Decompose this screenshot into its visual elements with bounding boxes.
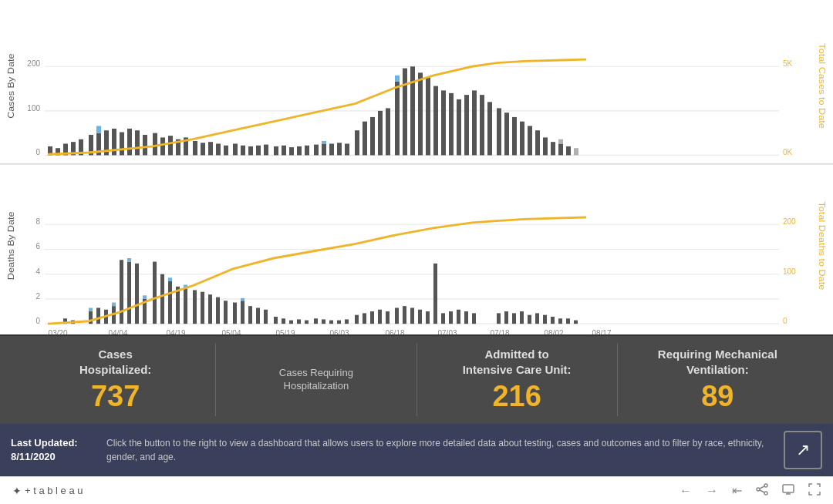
svg-rect-58 <box>403 69 407 156</box>
svg-text:05/04: 05/04 <box>222 328 241 334</box>
svg-text:200: 200 <box>783 217 796 227</box>
svg-rect-147 <box>410 307 414 324</box>
footer-fullscreen-icon[interactable] <box>808 483 821 499</box>
svg-rect-126 <box>241 298 245 301</box>
svg-rect-166 <box>574 321 578 324</box>
main-container: Cases By Date 0 100 200 Total Cases to D… <box>0 0 833 504</box>
svg-text:06/03: 06/03 <box>330 328 349 334</box>
svg-rect-129 <box>264 310 268 324</box>
svg-text:0: 0 <box>783 316 787 326</box>
svg-rect-134 <box>305 321 309 324</box>
svg-rect-49 <box>337 143 342 155</box>
svg-rect-121 <box>208 294 212 324</box>
tableau-logo-icon: ✦ <box>12 485 22 497</box>
svg-rect-45 <box>314 145 319 156</box>
svg-rect-27 <box>168 136 173 155</box>
svg-rect-39 <box>264 145 268 156</box>
svg-rect-52 <box>363 122 367 156</box>
svg-rect-81 <box>574 148 578 155</box>
svg-text:06/18: 06/18 <box>386 328 405 334</box>
footer-back-icon[interactable]: ← <box>680 484 692 498</box>
svg-text:07/03: 07/03 <box>438 328 457 334</box>
stat-icu: Admitted toIntensive Care Unit: 216 <box>417 344 618 416</box>
footer-forward-icon[interactable]: → <box>706 484 718 498</box>
svg-text:5K: 5K <box>783 59 793 69</box>
svg-rect-149 <box>426 311 430 324</box>
launch-button[interactable]: ↗ <box>784 431 822 469</box>
svg-rect-69 <box>487 102 492 155</box>
svg-rect-139 <box>345 319 349 324</box>
svg-text:200: 200 <box>27 59 40 69</box>
svg-rect-123 <box>224 301 228 324</box>
svg-rect-72 <box>512 117 517 156</box>
svg-rect-25 <box>153 133 157 156</box>
svg-rect-70 <box>497 108 501 155</box>
svg-rect-62 <box>433 86 438 156</box>
svg-rect-138 <box>337 321 341 324</box>
svg-rect-112 <box>153 262 157 324</box>
bottom-description: Click the button to the right to view a … <box>106 436 773 464</box>
svg-rect-165 <box>566 318 570 324</box>
svg-rect-46 <box>322 143 326 155</box>
svg-text:0: 0 <box>35 147 40 157</box>
svg-point-178 <box>764 484 767 487</box>
svg-text:8: 8 <box>35 217 40 227</box>
svg-rect-131 <box>282 318 285 324</box>
svg-rect-122 <box>216 297 220 324</box>
svg-rect-71 <box>504 113 509 155</box>
svg-rect-56 <box>395 82 400 156</box>
svg-rect-114 <box>168 281 172 324</box>
svg-rect-155 <box>472 313 476 324</box>
bottom-bar: Last Updated: 8/11/2020 Click the button… <box>0 424 833 476</box>
svg-text:Deaths By Date: Deaths By Date <box>6 211 16 280</box>
svg-rect-163 <box>551 317 555 324</box>
svg-rect-60 <box>418 72 423 155</box>
charts-svg: Cases By Date 0 100 200 Total Cases to D… <box>0 6 833 334</box>
svg-rect-125 <box>241 301 245 324</box>
svg-text:04/04: 04/04 <box>109 328 128 334</box>
svg-text:100: 100 <box>27 102 40 113</box>
tableau-footer: ✦ + t a b l e a u ← → ⇤ <box>0 476 833 504</box>
svg-rect-133 <box>297 319 301 324</box>
svg-text:0: 0 <box>35 316 40 326</box>
svg-rect-119 <box>193 290 197 324</box>
svg-rect-48 <box>329 143 334 155</box>
svg-rect-53 <box>370 117 375 156</box>
svg-rect-113 <box>160 274 164 324</box>
stat-ventilation-label: Requiring MechanicalVentilation: <box>658 347 777 377</box>
svg-rect-38 <box>256 146 261 156</box>
svg-rect-183 <box>783 485 794 492</box>
svg-text:08/02: 08/02 <box>545 328 564 334</box>
svg-rect-43 <box>297 146 302 156</box>
svg-rect-26 <box>160 137 165 155</box>
svg-rect-76 <box>543 137 548 155</box>
footer-beginning-icon[interactable]: ⇤ <box>732 483 742 498</box>
svg-point-180 <box>764 492 767 495</box>
svg-rect-74 <box>528 126 532 155</box>
svg-text:04/19: 04/19 <box>167 328 186 334</box>
svg-text:Total Deaths to Date: Total Deaths to Date <box>817 202 827 291</box>
svg-rect-117 <box>184 288 187 324</box>
svg-rect-136 <box>322 319 325 324</box>
svg-line-182 <box>760 490 764 492</box>
svg-rect-124 <box>233 303 237 324</box>
tableau-logo-text: + t a b l e a u <box>25 485 83 496</box>
svg-rect-78 <box>558 143 563 155</box>
svg-rect-51 <box>355 130 359 155</box>
svg-rect-21 <box>120 132 124 155</box>
svg-rect-67 <box>472 90 477 155</box>
svg-rect-158 <box>512 313 516 324</box>
footer-share-icon[interactable] <box>756 483 768 499</box>
svg-text:4: 4 <box>35 266 40 276</box>
svg-rect-151 <box>441 313 445 324</box>
svg-rect-65 <box>457 99 461 156</box>
svg-rect-22 <box>127 129 132 156</box>
svg-rect-159 <box>520 311 524 324</box>
footer-monitor-icon[interactable] <box>782 483 794 499</box>
svg-rect-41 <box>282 146 286 156</box>
svg-rect-108 <box>127 258 131 262</box>
svg-text:05/19: 05/19 <box>276 328 295 334</box>
last-updated-date: 8/11/2020 <box>11 450 96 464</box>
svg-rect-111 <box>143 295 147 299</box>
svg-text:03/20: 03/20 <box>49 328 68 334</box>
